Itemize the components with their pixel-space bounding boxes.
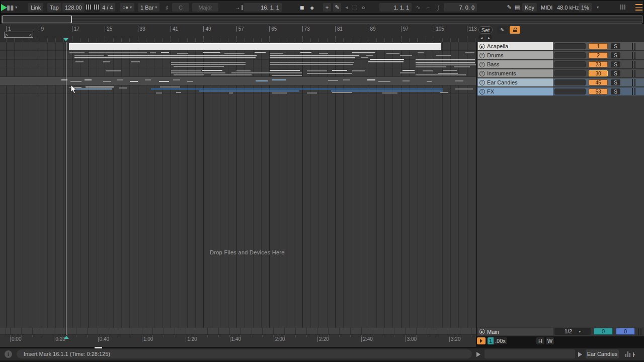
- track-solo-button[interactable]: S: [611, 61, 620, 67]
- play-button[interactable]: [1, 4, 7, 11]
- main-volume-field[interactable]: 0: [616, 328, 635, 335]
- quantize-menu[interactable]: 1 Bar▾: [138, 3, 159, 12]
- track-row-instruments[interactable]: ≡Instruments30S: [477, 69, 644, 78]
- track-solo-button[interactable]: S: [611, 43, 620, 49]
- track-name[interactable]: ≡Instruments: [478, 69, 553, 77]
- track-name[interactable]: ≡Bass: [478, 60, 553, 68]
- track-input-channel[interactable]: 53: [589, 88, 608, 95]
- overdub-button[interactable]: +: [323, 3, 331, 12]
- track-row-bass[interactable]: ≡Bass23S: [477, 60, 644, 69]
- lock-envelopes-button[interactable]: [510, 26, 520, 34]
- track-input-channel[interactable]: 23: [589, 61, 608, 67]
- track-height-button[interactable]: H: [536, 337, 544, 344]
- track-io-display[interactable]: [554, 70, 586, 76]
- hamburger-menu-icon[interactable]: [633, 3, 644, 12]
- key-signature-icon[interactable]: ♯: [163, 3, 171, 12]
- insert-marker-bottom-icon[interactable]: [64, 336, 69, 339]
- prev-locator-button[interactable]: ◂: [478, 35, 485, 41]
- main-pan-field[interactable]: 0: [594, 328, 613, 335]
- cpu-dropdown-icon[interactable]: ▾: [593, 3, 601, 12]
- scrub-area[interactable]: [0, 328, 476, 335]
- main-track-name[interactable]: ▶ Main: [478, 328, 553, 335]
- status-empty-field[interactable]: [485, 349, 575, 358]
- main-track-row[interactable]: ▶ Main 1/2▾ 0 0: [476, 327, 644, 336]
- computer-midi-keyboard-icon[interactable]: ▤: [513, 3, 521, 12]
- loop-length-field[interactable]: 7. 0. 0: [444, 3, 477, 12]
- link-button[interactable]: Link: [28, 3, 43, 12]
- status-play-icon[interactable]: [476, 352, 480, 357]
- track-input-channel[interactable]: 45: [589, 79, 608, 85]
- reenable-automation-icon[interactable]: ◂: [343, 3, 350, 12]
- overview-viewport-box[interactable]: [2, 16, 71, 23]
- clip-segment: [156, 93, 162, 94]
- loop-button[interactable]: ○: [359, 3, 367, 12]
- tempo-multiplier-field[interactable]: 1 .00x: [488, 337, 507, 344]
- track-input-channel[interactable]: 2: [589, 52, 608, 58]
- key-root-field[interactable]: C: [172, 3, 189, 12]
- loop-brace[interactable]: ▷◁: [4, 32, 33, 38]
- key-map-button[interactable]: Key: [522, 3, 537, 12]
- track-width-button[interactable]: W: [546, 337, 554, 344]
- track-solo-button[interactable]: S: [611, 52, 620, 58]
- marker-pen-button[interactable]: ✎: [497, 26, 508, 34]
- cpu-load-field[interactable]: 1%: [579, 3, 592, 12]
- punch-out-icon[interactable]: ʃ: [435, 3, 442, 12]
- track-menu-icon[interactable]: ≡: [479, 80, 485, 85]
- track-io-display[interactable]: [554, 79, 586, 85]
- lane-acapella[interactable]: [0, 42, 476, 51]
- capture-midi-icon[interactable]: ⬚: [351, 3, 358, 12]
- next-locator-button[interactable]: ▸: [486, 35, 492, 41]
- track-name[interactable]: ▶Acapella: [478, 42, 553, 50]
- track-name[interactable]: ≡Drums: [478, 51, 553, 59]
- tempo-field[interactable]: 128.00: [62, 3, 85, 12]
- clip-segment: [438, 73, 458, 74]
- status-track-play-icon[interactable]: [578, 352, 582, 357]
- track-row-drums[interactable]: ≡Drums2S: [477, 51, 644, 60]
- set-locator-button[interactable]: Set: [478, 26, 493, 34]
- beat-time-ruler[interactable]: 191725334149576573818997105113: [0, 24, 476, 42]
- time-signature-field[interactable]: 4 / 4: [100, 3, 115, 12]
- arrangement-position-field[interactable]: 16. 1. 1: [244, 3, 282, 12]
- track-solo-button[interactable]: S: [611, 70, 620, 76]
- status-track-label[interactable]: Ear Candies: [586, 349, 619, 358]
- track-name[interactable]: ≡FX: [478, 87, 553, 96]
- track-solo-button[interactable]: S: [611, 88, 620, 95]
- track-solo-button[interactable]: S: [611, 79, 620, 85]
- info-icon[interactable]: i: [5, 350, 12, 358]
- draw-mode-icon[interactable]: ✎: [505, 3, 513, 12]
- main-ratio-menu[interactable]: 1/2▾: [554, 328, 591, 335]
- key-scale-field[interactable]: Major: [192, 3, 218, 12]
- arrangement-overview[interactable]: [1, 15, 643, 24]
- track-name[interactable]: ≡Ear Candies: [478, 78, 553, 86]
- track-menu-icon[interactable]: ≡: [479, 53, 485, 58]
- track-input-channel[interactable]: 30: [589, 70, 608, 76]
- insert-marker-top-icon[interactable]: [63, 38, 68, 41]
- automation-curve-icon[interactable]: ∿: [415, 3, 422, 12]
- unfold-main-icon[interactable]: ▶: [479, 329, 485, 334]
- track-row-ear-candies[interactable]: ≡Ear Candies45S: [477, 78, 644, 87]
- punch-in-icon[interactable]: ⌐: [425, 3, 432, 12]
- midi-map-button[interactable]: MIDI: [538, 3, 555, 12]
- clip-segment: [416, 64, 476, 65]
- level-meter-icon[interactable]: ▾: [625, 351, 634, 357]
- track-io-display[interactable]: [554, 43, 586, 49]
- acapella-clip[interactable]: [69, 43, 441, 50]
- track-menu-icon[interactable]: ≡: [479, 71, 485, 76]
- track-io-display[interactable]: [554, 61, 586, 67]
- track-io-display[interactable]: [554, 88, 586, 95]
- unfold-track-icon[interactable]: ▶: [479, 44, 485, 49]
- track-row-acapella[interactable]: ▶Acapella1S: [477, 42, 644, 51]
- preview-volume-icon[interactable]: [477, 337, 486, 344]
- track-menu-icon[interactable]: ≡: [479, 62, 485, 67]
- groove-pool-icon[interactable]: ○●▾: [120, 3, 134, 12]
- track-row-fx[interactable]: ≡FX53S: [477, 87, 644, 96]
- automation-arm-button[interactable]: ✎: [333, 3, 341, 12]
- loop-start-field[interactable]: 1. 1. 1: [379, 3, 412, 12]
- tap-tempo-button[interactable]: Tap: [47, 3, 61, 12]
- track-input-channel[interactable]: 1: [589, 43, 608, 49]
- track-io-display[interactable]: [554, 52, 586, 58]
- track-menu-icon[interactable]: ≡: [479, 89, 485, 95]
- stop-button[interactable]: ■: [297, 3, 306, 12]
- time-ruler[interactable]: 0:000:200:401:001:201:402:002:202:403:00…: [0, 335, 476, 347]
- record-button[interactable]: ●: [307, 3, 316, 12]
